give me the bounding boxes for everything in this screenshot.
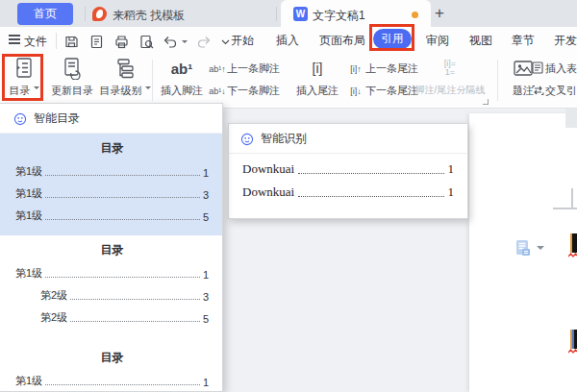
toc-preview-title: 目录 [15, 140, 209, 157]
home-tab[interactable]: 首页 [17, 3, 73, 25]
scrollbar-area[interactable] [565, 109, 577, 128]
tab-review[interactable]: 审阅 [426, 33, 449, 49]
next-footnote-label: 下一条脚注 [227, 84, 280, 98]
toc-preview-row: 第1级1 [15, 164, 209, 179]
prev-endnote-icon: [i]↑ [346, 64, 365, 74]
print-preview-button[interactable] [138, 34, 155, 50]
undo-button[interactable] [162, 34, 178, 50]
update-toc-icon [48, 56, 96, 81]
prev-footnote-icon: ab¹↑ [208, 64, 227, 74]
cross-reference-icon [530, 85, 545, 98]
insert-endnote-label: 插入尾注 [291, 84, 343, 98]
insert-toa-button[interactable]: 插入表目录 [530, 61, 577, 77]
page-margin-corner-mark [571, 188, 573, 209]
tab-insert[interactable]: 插入 [276, 33, 299, 49]
tab-page-layout[interactable]: 页面布局 [319, 33, 365, 49]
toc-level-icon [99, 56, 151, 81]
toc-level-caret [145, 86, 151, 92]
insert-footnote-icon: ab¹ [171, 61, 193, 77]
prev-footnote-button[interactable]: ab¹↑ 上一条脚注 [208, 61, 280, 77]
footnote-separator-line-button: [i]= 1= 脚注/尾注分隔线 [408, 56, 492, 97]
window-tab-bar: 首页 来稻壳 找模板 W 文字文稿1 + [0, 0, 577, 27]
smart-recognition-panel: 智能识别 Downkuai1 Downkuai1 [228, 123, 468, 219]
tab-separator [85, 7, 86, 21]
next-footnote-icon: ab¹↓ [208, 86, 227, 96]
unsaved-indicator-dot [412, 12, 418, 18]
hamburger-menu-icon[interactable] [9, 35, 20, 44]
export-button[interactable] [88, 34, 105, 50]
file-menu-button[interactable]: 文件 [24, 34, 47, 50]
insert-footnote-label: 插入脚注 [157, 84, 207, 98]
insert-toa-icon [530, 61, 545, 76]
cross-reference-label: 交叉引用 [545, 84, 577, 98]
print-button[interactable] [113, 34, 130, 50]
prev-footnote-label: 上一条脚注 [227, 61, 280, 76]
separator-line-icon: [i]= 1= [408, 56, 492, 81]
docer-tab[interactable]: 来稻壳 找模板 [113, 8, 185, 24]
smart-face-icon [13, 112, 27, 126]
toc-style-option-2[interactable]: 目录 第1级1 第2级3 第2级5 [0, 235, 222, 337]
undo-dropdown-caret[interactable] [182, 40, 188, 46]
redo-button[interactable] [196, 34, 213, 50]
update-toc-button[interactable]: 更新目录 [48, 56, 96, 98]
toc-preview-title: 目录 [15, 350, 209, 366]
ribbon-group-separator [152, 60, 153, 101]
footnote-group-dialog-launcher[interactable] [483, 99, 489, 105]
clipped-document-text [570, 233, 577, 253]
toc-preview-row: 第1级5 [15, 208, 209, 223]
toc-level-button[interactable]: 目录级别 [99, 56, 151, 98]
page-margin-corner-mark [553, 208, 577, 209]
clipped-document-text [570, 330, 577, 349]
separator-line-label: 脚注/尾注分隔线 [408, 84, 492, 97]
next-footnote-button[interactable]: ab¹↓ 下一条脚注 [208, 83, 280, 99]
smart-recognition-title: 智能识别 [261, 131, 307, 147]
toc-preview-row: 第1级3 [15, 186, 209, 201]
update-toc-label: 更新目录 [48, 84, 96, 98]
insert-footnote-button[interactable]: ab¹ 插入脚注 [157, 56, 207, 98]
tab-view[interactable]: 视图 [469, 33, 492, 49]
toc-dropdown-panel: 智能目录 目录 第1级1 第1级3 第1级5 目录 第1级1 第2级3 第2级5… [0, 103, 223, 392]
toc-preview-row: 第1级1 [15, 266, 209, 281]
document-tab-title: 文字文稿1 [313, 8, 365, 24]
toolbar-separator [56, 33, 57, 49]
spellcheck-squiggle [568, 349, 577, 354]
toc-style-option-1[interactable]: 目录 第1级1 第1级3 第1级5 [0, 134, 222, 235]
wps-writer-icon: W [293, 7, 308, 21]
smart-toc-header: 智能目录 [0, 104, 222, 134]
spellcheck-squiggle [568, 253, 577, 257]
toc-level-label: 目录级别 [100, 85, 142, 96]
save-button[interactable] [63, 34, 80, 50]
paste-options-caret[interactable] [537, 246, 544, 254]
docer-logo-icon [92, 7, 107, 21]
insert-endnote-button[interactable]: [i] 插入尾注 [291, 56, 343, 98]
toc-preview-row: 第2级3 [15, 288, 209, 303]
annotation-box-reference-tab [369, 24, 414, 51]
tab-start[interactable]: 开始 [231, 33, 254, 49]
insert-toa-label: 插入表目录 [545, 61, 577, 76]
toc-preview-title: 目录 [15, 242, 209, 258]
recognized-entry: Downkuai1 [242, 184, 454, 200]
next-endnote-icon: [i]↓ [346, 86, 365, 96]
tab-separator [276, 7, 277, 21]
smart-face-icon [240, 133, 254, 146]
smart-toc-title: 智能目录 [34, 110, 80, 127]
tab-section[interactable]: 章节 [512, 33, 535, 49]
new-tab-button[interactable]: + [435, 4, 444, 23]
toc-preview-row: 第2级5 [15, 310, 209, 325]
annotation-box-toc-button [2, 54, 43, 101]
cross-reference-button[interactable]: 交叉引用 [530, 83, 577, 99]
toc-style-option-3[interactable]: 目录 第1级1 第2级3 [0, 343, 222, 392]
toc-preview-row: 第1级1 [15, 374, 209, 388]
toc-paste-options-button[interactable] [515, 239, 531, 257]
tab-developer[interactable]: 开发工具 [554, 33, 577, 49]
ribbon-group-separator [497, 60, 498, 101]
recognized-entry: Downkuai1 [242, 161, 454, 177]
insert-endnote-icon: [i] [313, 61, 323, 76]
